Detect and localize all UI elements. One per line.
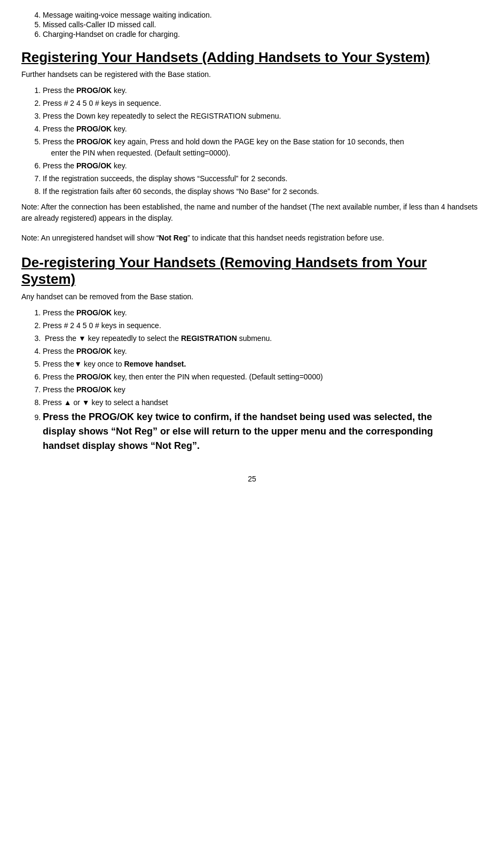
section2-step-6: Press the PROG/OK key, then enter the PI… — [43, 371, 483, 383]
section1-note2: Note: An unregistered handset will show … — [21, 232, 483, 244]
s1-bold-4: PROG/OK — [76, 125, 112, 133]
section2-step-8: Press ▲ or ▼ key to select a handset — [43, 397, 483, 408]
s2-bold-7: PROG/OK — [76, 385, 112, 394]
section1-step-4: Press the PROG/OK key. — [43, 123, 483, 135]
section1-step-6: Press the PROG/OK key. — [43, 160, 483, 172]
s1-bold-1: PROG/OK — [76, 86, 112, 95]
s2-bold-3: REGISTRATION — [181, 334, 237, 343]
section1-subtitle: Further handsets can be registered with … — [21, 70, 483, 79]
section1-step-7: If the registration succeeds, the displa… — [43, 173, 483, 184]
section1-steps: Press the PROG/OK key. Press # 2 4 5 0 #… — [43, 85, 483, 197]
section2-step-7: Press the PROG/OK key — [43, 384, 483, 395]
s2-bold-5: Remove handset. — [124, 360, 186, 368]
section2-title: De-registering Your Handsets (Removing H… — [21, 254, 483, 288]
s2-notreg-1: Not Reg — [116, 426, 153, 437]
s2-notreg-2: Not Reg — [155, 440, 192, 451]
section1-note1: Note: After the connection has been esta… — [21, 201, 483, 224]
section2-subtitle: Any handset can be removed from the Base… — [21, 292, 483, 301]
intro-item-4: Message waiting-voice message waiting in… — [43, 11, 483, 19]
section1-step-3: Press the Down key repeatedly to select … — [43, 111, 483, 122]
s2-bold-6: PROG/OK — [76, 372, 112, 381]
s2-bold-4: PROG/OK — [76, 347, 112, 355]
s1-bold-6: PROG/OK — [76, 161, 112, 170]
not-reg-bold: Not Reg — [159, 234, 188, 242]
page-number: 25 — [21, 475, 483, 483]
section1-step-1: Press the PROG/OK key. — [43, 85, 483, 96]
s2-bold-9: PROG/OK — [89, 412, 134, 422]
section2-step-2: Press # 2 4 5 0 # keys in sequence. — [43, 320, 483, 331]
section1-step-5: Press the PROG/OK key again, Press and h… — [43, 136, 483, 159]
section2-step-1: Press the PROG/OK key. — [43, 307, 483, 319]
section2-steps: Press the PROG/OK key. Press # 2 4 5 0 #… — [43, 307, 483, 453]
s2-large-text-3: handset display shows “Not Reg”. — [43, 440, 200, 451]
intro-item-6: Charging-Handset on cradle for charging. — [43, 30, 483, 38]
section1-step-2: Press # 2 4 5 0 # keys in sequence. — [43, 98, 483, 109]
section2-step-5: Press the▼ key once to Remove handset. — [43, 359, 483, 370]
section1-title: Registering Your Handsets (Adding Handse… — [21, 49, 483, 66]
section2-step-4: Press the PROG/OK key. — [43, 346, 483, 357]
section2-step-3: Press the ▼ key repeatedly to select the… — [43, 333, 483, 344]
section2-step-9: Press the PROG/OK key twice to confirm, … — [43, 410, 483, 453]
s2-bold-1: PROG/OK — [76, 308, 112, 317]
s1-bold-5: PROG/OK — [76, 137, 112, 146]
intro-item-5: Missed calls-Caller ID missed call. — [43, 20, 483, 29]
intro-list: Message waiting-voice message waiting in… — [43, 11, 483, 38]
s2-large-text-2: display shows “Not Reg” or else will ret… — [43, 426, 433, 437]
s2-large-text: Press the PROG/OK key twice to confirm, … — [43, 412, 432, 422]
section1-step-8: If the registration fails after 60 secon… — [43, 186, 483, 197]
